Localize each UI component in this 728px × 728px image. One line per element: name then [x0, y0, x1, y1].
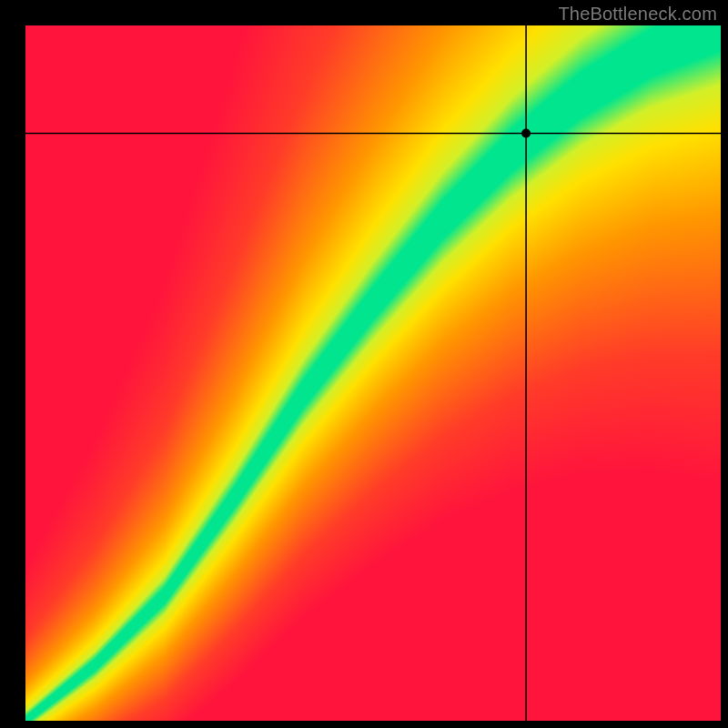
heatmap-canvas — [0, 0, 728, 728]
bottleneck-heatmap: TheBottleneck.com — [0, 0, 728, 728]
watermark-label: TheBottleneck.com — [558, 4, 717, 25]
